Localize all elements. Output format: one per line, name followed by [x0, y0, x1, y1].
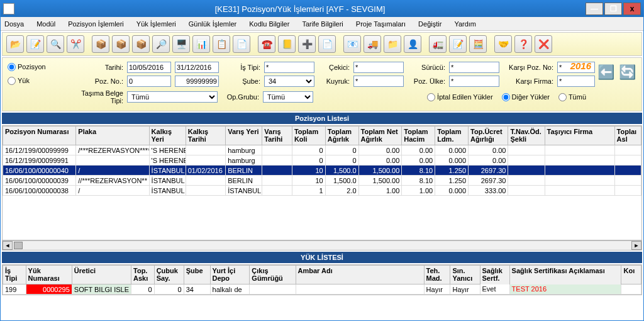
ycol-topaski[interactable]: Top. Askı — [131, 266, 155, 284]
tool-add-icon[interactable]: ➕ — [298, 35, 316, 53]
menu-kodlu-bilgiler[interactable]: Kodlu Bilgiler — [249, 20, 289, 28]
pozno-to-input[interactable] — [175, 76, 219, 87]
tool-report-2-icon[interactable]: 📋 — [213, 35, 230, 53]
ycol-ambar[interactable]: Ambar Adı — [296, 266, 424, 284]
tool-edit-icon[interactable]: 📝 — [26, 35, 44, 53]
pozisyon-cell: BERLIN — [226, 166, 262, 176]
pozisyon-radio[interactable]: Pozisyon — [8, 63, 46, 71]
yuk-row[interactable]: 199 0000295 SOFT BILGI ISLE 0 0 34 halka… — [3, 284, 641, 295]
belge-select[interactable]: Tümü — [127, 91, 218, 103]
tool-mail-icon[interactable]: 📧 — [343, 35, 361, 53]
ycol-teh[interactable]: Teh. Mad. — [424, 266, 450, 284]
menu-proje-tasimalari[interactable]: Proje Taşımaları — [356, 20, 406, 28]
tumu-radio[interactable]: Tümü — [558, 93, 586, 101]
maximize-button[interactable]: ❐ — [604, 3, 622, 15]
tool-phone-icon[interactable]: ☎️ — [258, 35, 275, 53]
col-varis-yer[interactable]: Varış Yeri — [226, 127, 262, 145]
ycol-uretici[interactable]: Üretici — [72, 266, 131, 284]
scroll-right-button[interactable]: ► — [631, 241, 641, 250]
col-toplam-asi[interactable]: Toplaı Asl — [614, 127, 641, 145]
surucu-input[interactable] — [449, 62, 499, 73]
pozisyon-row[interactable]: 16/06/100/00000040/İSTANBUL01/02/2016BER… — [3, 166, 641, 176]
refresh-button[interactable]: 🔄 — [616, 63, 638, 82]
ycol-sin[interactable]: Sın. Yanıcı — [450, 266, 480, 284]
pozisyon-row[interactable]: 16/06/100/00000039//***REZERVASYON**İSTA… — [3, 176, 641, 186]
scroll-thumb[interactable] — [14, 242, 23, 249]
tool-truck-search-icon[interactable]: 🚛 — [429, 35, 447, 53]
prev-arrow-button[interactable]: ⬅️ — [595, 63, 616, 82]
minimize-button[interactable]: — — [586, 3, 603, 15]
sube-select[interactable]: 34 — [264, 76, 314, 87]
tool-folder-icon[interactable]: 📁 — [384, 35, 401, 53]
tool-search-icon[interactable]: 🔍 — [47, 35, 64, 53]
col-agirlik[interactable]: Toplam Ağırlık — [325, 127, 358, 145]
tool-box-3-icon[interactable]: 📦 — [132, 35, 150, 53]
col-tasiyici[interactable]: Taşıyıcı Firma — [545, 127, 614, 145]
pozulke-input[interactable] — [449, 76, 499, 87]
menu-gunluk-islemler[interactable]: Günlük İşlemler — [189, 20, 236, 28]
menu-yuk-islemleri[interactable]: Yük İşlemleri — [136, 20, 176, 28]
ycol-sube[interactable]: Şube — [184, 266, 210, 284]
col-ldm[interactable]: Toplam Ldm. — [435, 127, 469, 145]
tool-box-search-icon[interactable]: 🔎 — [152, 35, 170, 53]
tool-handshake-icon[interactable]: 🤝 — [494, 35, 512, 53]
opgrubu-select[interactable]: Tümü — [263, 91, 313, 103]
scroll-left-button[interactable]: ◄ — [3, 241, 13, 250]
tool-note-icon[interactable]: 📒 — [278, 35, 296, 53]
cekici-input[interactable] — [353, 62, 404, 73]
col-kalkis-yer[interactable]: Kalkış Yeri — [149, 127, 186, 145]
pozisyon-scrollbar[interactable]: ◄ ► — [2, 240, 642, 251]
tool-report-1-icon[interactable]: 📊 — [192, 35, 210, 53]
istipi-input[interactable] — [264, 62, 314, 73]
col-koli[interactable]: Toplam Koli — [292, 127, 325, 145]
col-plaka[interactable]: Plaka — [76, 127, 149, 145]
iptal-radio[interactable]: İptal Edilen Yükler — [427, 93, 492, 101]
kuyruk-input[interactable] — [353, 76, 404, 87]
menu-tarife-bilgileri[interactable]: Tarife Bilgileri — [302, 20, 343, 28]
tool-help-icon[interactable]: ❓ — [514, 35, 532, 53]
tool-box-1-icon[interactable]: 📦 — [92, 35, 109, 53]
col-kalkis-tar[interactable]: Kalkış Tarihi — [186, 127, 225, 145]
pozisyon-row[interactable]: 16/12/199/00099991'S HERENEhamburg000.00… — [3, 155, 641, 166]
menu-modul[interactable]: Modül — [36, 20, 55, 28]
ycol-cubuk[interactable]: Çubuk Say. — [154, 266, 184, 284]
menu-pozisyon-islemleri[interactable]: Pozisyon İşlemleri — [68, 20, 124, 28]
col-navod[interactable]: T.Nav.Öd. Şekli — [508, 127, 545, 145]
pozno-from-input[interactable] — [127, 76, 171, 87]
col-hacim[interactable]: Toplam Hacim — [402, 127, 435, 145]
tool-exit-icon[interactable]: ❌ — [535, 35, 552, 53]
col-varis-tar[interactable]: Varış Tarihi — [262, 127, 292, 145]
col-pozno[interactable]: Pozisyon Numarası — [3, 127, 76, 145]
karsifirma-input[interactable] — [557, 76, 595, 87]
tool-calc-icon[interactable]: 🧮 — [469, 35, 487, 53]
ycol-saglik[interactable]: Sağlık Sertf. — [480, 266, 509, 284]
diger-radio[interactable]: Diğer Yükler — [502, 93, 550, 101]
pozisyon-row[interactable]: 16/12/199/00099999/***REZERVASYON****'S … — [3, 145, 641, 155]
col-ucret[interactable]: Top.Ücret Ağırlığı — [469, 127, 508, 145]
menu-dosya[interactable]: Dosya — [4, 20, 24, 28]
tool-copy-icon[interactable]: 📄 — [318, 35, 336, 53]
col-netagirlik[interactable]: Toplam Net Ağırlık — [358, 127, 402, 145]
yuk-radio[interactable]: Yük — [8, 77, 30, 85]
tool-open-icon[interactable]: 📂 — [6, 35, 24, 53]
menu-yardim[interactable]: Yardım — [454, 20, 476, 28]
tool-cut-icon[interactable]: ✂️ — [67, 35, 84, 53]
menu-degistir[interactable]: Değiştir — [418, 20, 441, 28]
ycol-yukno[interactable]: Yük Numarası — [26, 266, 72, 284]
tool-truck-icon[interactable]: 🚚 — [364, 35, 381, 53]
tarihi-to-input[interactable] — [175, 62, 219, 73]
pozisyon-row[interactable]: 16/06/100/00000038/İSTANBULİSTANBUL12.01… — [3, 186, 641, 196]
tool-report-3-icon[interactable]: 📄 — [233, 35, 250, 53]
ycol-cikis[interactable]: Çıkış Gümrüğü — [250, 266, 296, 284]
ycol-kol[interactable]: Koı — [621, 266, 641, 284]
tool-new-doc-icon[interactable]: 📝 — [449, 35, 467, 53]
ycol-aciklama[interactable]: Sağlık Sertifikası Açıklaması — [509, 266, 621, 284]
ycol-yurt[interactable]: Yurt İçi Depo — [210, 266, 250, 284]
cell-uretici: SOFT BILGI ISLE — [72, 284, 131, 295]
tool-person-icon[interactable]: 👤 — [404, 35, 421, 53]
tool-box-2-icon[interactable]: 📦 — [112, 35, 130, 53]
tool-preview-icon[interactable]: 🖥️ — [172, 35, 190, 53]
ycol-istipi[interactable]: İş Tipi — [3, 266, 26, 284]
tarihi-from-input[interactable] — [127, 62, 171, 73]
close-button[interactable]: x — [623, 3, 641, 15]
